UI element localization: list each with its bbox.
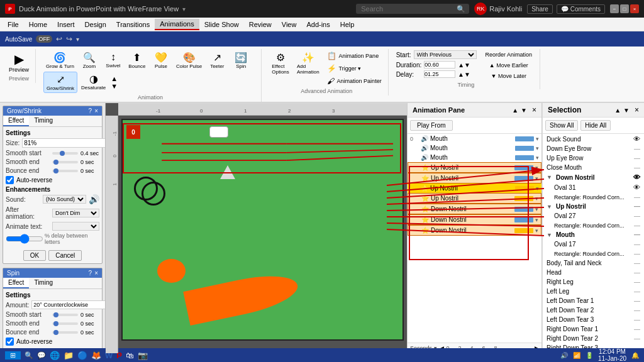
ribbon-btn-grow-turn[interactable]: 🌀Grow & Turn [43,50,77,70]
gs-close-btn[interactable]: × [94,107,98,114]
ribbon-btn-grow-shrink[interactable]: ⤢Grow/Shrink [43,72,77,93]
sel-item-down-nostril[interactable]: ▼ Down Nostril 👁 [543,172,644,182]
gs-after-select[interactable]: Don't Dim [52,209,99,217]
menu-transitions[interactable]: Transitions [111,19,155,30]
sel-item-right-leg[interactable]: Right Leg — [543,277,644,287]
anim-item-8[interactable]: ⭐ Down Nostril ▾ [408,214,541,225]
maximize-button[interactable]: □ [620,4,629,13]
sel-item-oval-17[interactable]: Oval 17 — [550,239,644,249]
sel-item-rect-rounded-3[interactable]: Rectangle: Rounded Corn... — [550,249,644,258]
ribbon-btn-animation-painter[interactable]: 🖌Animation Painter [325,75,384,87]
sel-close-btn[interactable]: × [635,106,639,114]
gs-animate-text-select[interactable] [52,222,99,231]
ribbon-btn-pulse[interactable]: 💛Pulse [150,50,172,70]
gs-tab-timing[interactable]: Timing [29,116,58,126]
redo-btn[interactable]: ↪ [66,35,72,43]
taskbar-search[interactable]: 🔍 [25,351,33,359]
ribbon-btn-swivel[interactable]: ↕Swivel [102,50,125,70]
more-qa-btn[interactable]: ▾ [76,36,79,43]
undo-btn[interactable]: ↩ [56,35,62,43]
sel-scroll-down[interactable]: ▼ [623,107,630,114]
gs-help-btn[interactable]: ? [89,107,92,114]
spin-auto-reverse-check[interactable] [6,337,14,346]
menu-insert[interactable]: Insert [52,19,80,30]
sel-item-right-down-tear-2[interactable]: Right Down Tear 2 — [543,334,644,343]
ribbon-btn-animation-pane[interactable]: 📋Animation Pane [325,50,384,62]
ribbon-btn-desaturate[interactable]: ◑Desaturate [79,72,108,93]
ribbon-btn-teeter[interactable]: ↗Teeter [206,50,228,70]
ribbon-btn-reorder[interactable]: Reorder Animation [482,50,536,59]
notification-btn[interactable]: 🔔 [631,352,639,359]
spin-amount-input[interactable] [31,300,106,309]
taskbar-store[interactable]: 🛍 [126,351,134,360]
menu-animations[interactable]: Animations [155,19,199,30]
search-input[interactable] [356,4,469,14]
spin-tab-timing[interactable]: Timing [29,278,58,288]
sel-item-up-eye-brow[interactable]: Up Eye Brow — [543,153,644,163]
ribbon-btn-spin[interactable]: 🔄Spin [230,50,252,70]
anim-item-1[interactable]: 🔊 Mouth ▾ [408,143,541,153]
sel-item-rect-rounded-1[interactable]: Rectangle: Rounded Corn... — [550,192,644,202]
taskbar-chrome[interactable]: 🔵 [77,351,87,360]
ribbon-btn-preview[interactable]: ▶ Preview [6,50,31,74]
gs-auto-reverse-check[interactable] [6,176,14,184]
taskbar-firefox[interactable]: 🦊 [91,351,101,360]
menu-home[interactable]: Home [24,19,52,30]
eye-icon-duck-sound[interactable]: 👁 [633,135,640,143]
gs-ok-btn[interactable]: OK [23,250,46,261]
eye-icon-down-nostril[interactable]: 👁 [633,173,640,181]
anim-item-5[interactable]: ⭐ Up Nostril ▾ [408,184,541,193]
menu-slideshow[interactable]: Slide Show [199,19,244,30]
spin-help-btn[interactable]: ? [89,270,92,277]
ribbon-btn-trigger[interactable]: ⚡Trigger ▾ [325,63,384,74]
anim-item-4[interactable]: ⭐ Up Nostril ▾ [408,173,541,184]
anim-item-0[interactable]: 0 🔊 Mouth ▾ [408,134,541,143]
menu-view[interactable]: View [277,19,302,30]
start-select[interactable]: With Previous [414,50,477,59]
taskbar-camera[interactable]: 📷 [138,351,148,360]
anim-pane-close-btn[interactable]: × [532,106,536,114]
menu-review[interactable]: Review [244,19,277,30]
sel-item-left-down-tear-2[interactable]: Left Down Tear 2 — [543,305,644,315]
gs-cancel-btn[interactable]: Cancel [48,250,82,261]
anim-item-9[interactable]: ⭐ Down Nostril ▾ [408,225,541,236]
anim-item-2[interactable]: 🔊 Mouth ▾ [408,153,541,162]
autosave-toggle[interactable]: OFF [36,35,52,43]
show-all-btn[interactable]: Show All [545,120,578,131]
ribbon-btn-add-animation[interactable]: ✨AddAnimation [294,50,322,76]
comments-btn[interactable]: 💬 Comments [557,4,605,14]
delay-spin[interactable]: ▲▼ [458,71,470,78]
eye-icon-oval-31[interactable]: 👁 [633,184,640,191]
taskbar-start[interactable]: ⊞ [5,351,21,359]
duration-spin[interactable]: ▲▼ [458,62,470,69]
minimize-button[interactable]: − [610,4,619,13]
gs-pct-slider[interactable] [6,234,43,244]
spin-close-btn[interactable]: × [94,270,98,277]
share-btn[interactable]: Share [527,4,553,14]
sel-item-close-mouth[interactable]: Close Mouth — [543,163,644,172]
delay-input[interactable] [424,70,455,78]
menu-design[interactable]: Design [80,19,111,30]
gs-size-input[interactable] [22,138,106,148]
play-from-btn[interactable]: Play From [410,120,453,131]
taskbar-explorer[interactable]: 📁 [64,351,74,360]
taskbar-cortana[interactable]: 💬 [37,351,46,359]
sel-item-mouth[interactable]: ▼ Mouth — [543,230,644,239]
anim-pane-scroll-up[interactable]: ▲ [512,107,518,114]
tray-network[interactable]: 📶 [573,352,580,359]
gs-sound-select[interactable]: (No Sound) [43,195,86,204]
tray-volume[interactable]: 🔊 [560,352,568,359]
sel-scroll-up[interactable]: ▲ [614,107,621,114]
sel-item-duck-sound[interactable]: Duck Sound 👁 [543,134,644,144]
tray-battery[interactable]: 🔋 [586,352,593,359]
close-button[interactable]: × [630,4,639,13]
animation-scroll-btn[interactable]: ▲▼ [109,72,119,93]
sel-item-head[interactable]: Head — [543,268,644,277]
sel-item-right-down-tear-1[interactable]: Right Down Tear 1 — [543,324,644,334]
anim-item-7[interactable]: ⭐ Down Nostril ▾ [408,204,541,214]
ribbon-btn-bounce[interactable]: ⬆Bounce [126,50,148,70]
sel-item-left-down-tear-1[interactable]: Left Down Tear 1 — [543,296,644,305]
ribbon-btn-zoom[interactable]: 🔍Zoom [78,50,101,70]
spin-tab-effect[interactable]: Effect [3,278,29,288]
sel-item-down-eye-brow[interactable]: Down Eye Brow — [543,144,644,153]
